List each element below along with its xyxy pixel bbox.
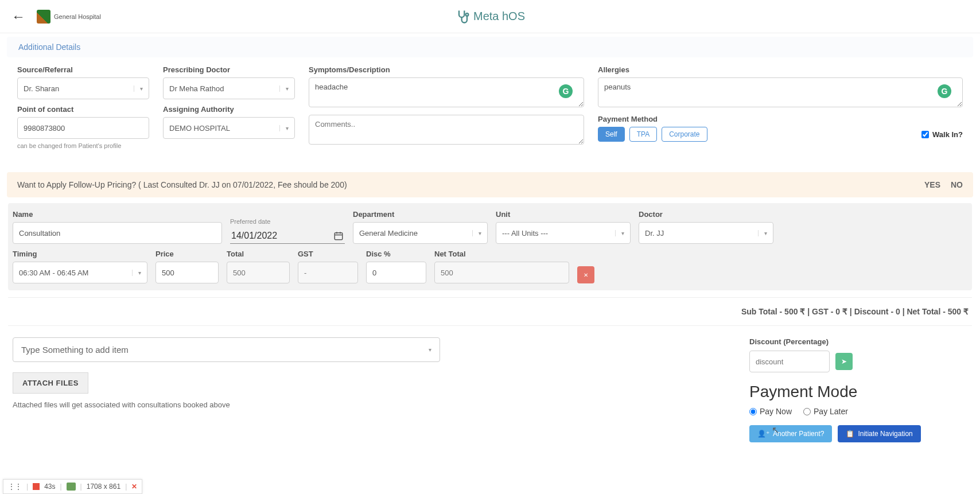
label-discount: Discount (Percentage)	[749, 337, 829, 346]
brand-logo: Meta hOS	[455, 9, 525, 25]
label-symptoms: Symptoms/Description	[309, 65, 584, 74]
label-assigning-authority: Assigning Authority	[163, 105, 295, 114]
select-unit[interactable]: --- All Units --- ▾	[496, 222, 631, 244]
select-timing[interactable]: 06:30 AM - 06:45 AM ▾	[13, 262, 147, 283]
label-doctor: Doctor	[639, 210, 773, 219]
chevron-down-icon: ▾	[479, 230, 481, 236]
attach-hint: Attached files will get associated with …	[13, 400, 738, 409]
notice-text: Want to Apply Follow-Up Pricing? ( Last …	[17, 180, 347, 189]
svg-rect-1	[335, 233, 343, 240]
doctor-value: Dr. JJ	[645, 229, 664, 238]
textarea-comments[interactable]	[309, 115, 584, 145]
payment-mode-title: Payment Mode	[749, 383, 967, 401]
select-department[interactable]: General Medicine ▾	[353, 222, 488, 244]
app-header: ← General Hospital Meta hOS	[0, 0, 980, 33]
another-patient-button[interactable]: 👤⁺ Another Patient?	[749, 425, 832, 442]
chevron-down-icon: ▾	[140, 85, 143, 92]
notice-no-button[interactable]: NO	[951, 180, 963, 189]
initiate-navigation-button[interactable]: 📋 Initiate Navigation	[838, 425, 920, 442]
chevron-down-icon: ▾	[286, 85, 289, 92]
label-payment-method: Payment Method	[598, 115, 963, 123]
add-item-combobox[interactable]: Type Something to add item ▾	[13, 337, 440, 362]
grammarly-icon[interactable]: G	[559, 84, 573, 98]
select-assigning-authority[interactable]: DEMO HOSPITAL ▾	[163, 117, 295, 139]
input-net-total	[434, 262, 569, 283]
delete-item-button[interactable]: ✕	[577, 266, 594, 283]
payment-method-group: Self TPA Corporate	[598, 127, 707, 142]
select-source-referral[interactable]: Dr. Sharan ▾	[17, 77, 149, 99]
clipboard-icon: 📋	[846, 430, 854, 438]
divider	[8, 325, 972, 326]
walkin-label: Walk In?	[932, 130, 963, 139]
back-arrow-icon[interactable]: ←	[11, 9, 25, 25]
input-preferred-date[interactable]: 14/01/2022	[230, 228, 345, 244]
label-point-of-contact: Point of contact	[17, 105, 149, 114]
input-item-name[interactable]	[13, 222, 222, 244]
payment-self-button[interactable]: Self	[598, 127, 625, 142]
chevron-down-icon: ▾	[764, 230, 767, 236]
walkin-checkbox-input[interactable]	[921, 131, 929, 138]
brand-text: Meta hOS	[473, 10, 525, 23]
chevron-down-icon: ▾	[621, 230, 624, 236]
input-point-of-contact[interactable]	[17, 117, 149, 139]
select-doctor[interactable]: Dr. JJ ▾	[639, 222, 773, 244]
input-price[interactable]	[155, 262, 219, 283]
calendar-icon	[333, 231, 344, 241]
label-timing: Timing	[13, 250, 147, 258]
prescribing-doctor-value: Dr Meha Rathod	[169, 84, 224, 93]
input-total	[227, 262, 290, 283]
svg-point-0	[466, 13, 469, 16]
section-additional-details[interactable]: Additional Details	[7, 37, 973, 57]
input-discount[interactable]	[749, 351, 830, 372]
pay-later-radio[interactable]: Pay Later	[803, 407, 848, 416]
consultation-item-panel: Name Preferred date 14/01/2022 Departmen…	[8, 203, 972, 290]
input-disc[interactable]	[366, 262, 426, 283]
payment-tpa-button[interactable]: TPA	[629, 127, 657, 142]
timing-value: 06:30 AM - 06:45 AM	[19, 269, 88, 277]
caret-down-icon: ▾	[429, 347, 431, 353]
label-price: Price	[155, 250, 219, 258]
chevron-down-icon: ▾	[286, 125, 289, 131]
attach-files-button[interactable]: ATTACH FILES	[13, 372, 88, 394]
another-patient-label: Another Patient?	[773, 430, 824, 438]
payment-corporate-button[interactable]: Corporate	[662, 127, 707, 142]
preferred-date-value: 14/01/2022	[231, 231, 277, 241]
hospital-name: General Hospital	[54, 13, 101, 20]
source-referral-value: Dr. Sharan	[24, 84, 59, 93]
walkin-checkbox[interactable]: Walk In?	[921, 130, 963, 139]
department-value: General Medicine	[359, 229, 418, 238]
hint-point-of-contact: can be changed from Patient's profile	[17, 142, 149, 149]
label-net-total: Net Total	[434, 250, 569, 258]
label-source-referral: Source/Referral	[17, 65, 149, 74]
label-preferred-date: Preferred date	[230, 218, 345, 225]
add-item-placeholder: Type Something to add item	[21, 345, 129, 355]
label-unit: Unit	[496, 210, 631, 219]
initiate-navigation-label: Initiate Navigation	[858, 430, 912, 438]
input-gst	[298, 262, 358, 283]
label-total: Total	[227, 250, 290, 258]
label-disc: Disc %	[366, 250, 426, 258]
textarea-symptoms[interactable]: headache	[309, 77, 584, 107]
label-department: Department	[353, 210, 488, 219]
divider	[8, 297, 972, 298]
assigning-authority-value: DEMO HOSPITAL	[169, 124, 230, 133]
notice-yes-button[interactable]: YES	[924, 180, 940, 189]
textarea-allergies[interactable]: peanuts	[598, 77, 963, 107]
label-item-name: Name	[13, 210, 222, 219]
select-prescribing-doctor[interactable]: Dr Meha Rathod ▾	[163, 77, 295, 99]
hospital-logo: General Hospital	[37, 10, 101, 24]
pay-now-radio[interactable]: Pay Now	[749, 407, 792, 416]
unit-value: --- All Units ---	[502, 229, 548, 238]
details-panel: Source/Referral Dr. Sharan ▾ Point of co…	[0, 57, 980, 155]
label-allergies: Allergies	[598, 65, 963, 74]
apply-discount-button[interactable]: ➤	[835, 353, 853, 370]
label-gst: GST	[298, 250, 358, 258]
label-prescribing-doctor: Prescribing Doctor	[163, 65, 295, 74]
totals-summary: Sub Total - 500 ₹ | GST - 0 ₹ | Discount…	[0, 305, 980, 318]
chevron-down-icon: ▾	[138, 270, 141, 276]
user-plus-icon: 👤⁺	[757, 430, 769, 438]
payment-mode-group: Pay Now Pay Later	[749, 407, 967, 416]
followup-notice: Want to Apply Follow-Up Pricing? ( Last …	[7, 172, 973, 197]
grammarly-icon[interactable]: G	[938, 84, 951, 98]
